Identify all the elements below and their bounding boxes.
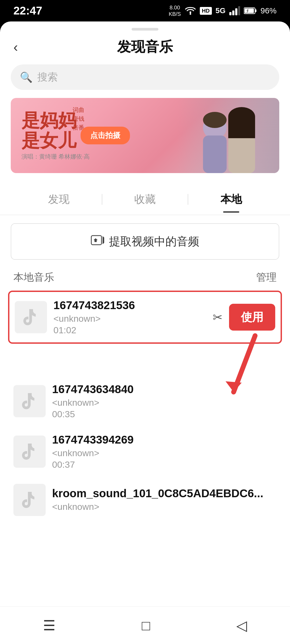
status-icons: 8.00 KB/S HD 5G 96% [169, 4, 277, 17]
home-nav-button[interactable]: □ [142, 617, 150, 634]
music-artist-1: <unknown> [53, 313, 206, 324]
video-extract-icon [91, 233, 104, 247]
svg-rect-3 [235, 8, 237, 15]
search-icon: 🔍 [20, 71, 32, 83]
music-actions-1: ✂ 使用 [213, 304, 275, 331]
drag-bar [132, 28, 158, 31]
tiktok-logo-3 [20, 442, 39, 461]
promo-banner[interactable]: 是妈妈 是女儿 演唱：黄绮珊 希林娜依·高 词曲 唐钱 倍番 点击拍摄 [11, 98, 279, 173]
hd-badge: HD [200, 7, 212, 15]
music-duration-3: 00:37 [52, 459, 277, 470]
status-bar: 22:47 8.00 KB/S HD 5G 96 [0, 0, 290, 21]
music-item-3: 1674743394269 <unknown> 00:37 [8, 426, 282, 477]
back-button[interactable]: ‹ [13, 40, 18, 54]
svg-rect-7 [244, 9, 254, 13]
music-info-1: 1674743821536 <unknown> 01:02 [53, 299, 206, 335]
banner-line1: 是妈妈 [21, 110, 269, 130]
music-info-4: kroom_sound_101_0C8C5AD4EBDC6... <unknow… [52, 487, 277, 513]
signal-icon [229, 6, 240, 15]
back-nav-button[interactable]: ◁ [236, 617, 247, 634]
svg-marker-18 [226, 381, 242, 392]
svg-rect-6 [255, 9, 256, 12]
menu-nav-button[interactable]: ☰ [43, 617, 56, 634]
svg-marker-16 [103, 236, 104, 244]
5g-icon: 5G [216, 6, 226, 15]
svg-rect-4 [238, 6, 240, 15]
main-card: ‹ 发现音乐 🔍 搜索 是妈妈 是女儿 演唱：黄绮珊 希林娜依·高 词曲 唐钱 … [0, 21, 290, 644]
banner-text: 是妈妈 是女儿 演唱：黄绮珊 希林娜依·高 [11, 102, 279, 169]
page-header: ‹ 发现音乐 [0, 35, 290, 62]
music-thumb-4 [13, 484, 46, 516]
extract-audio-button[interactable]: 提取视频中的音频 [11, 223, 279, 260]
music-artist-4: <unknown> [52, 502, 277, 512]
svg-rect-1 [229, 12, 231, 15]
music-item-4: kroom_sound_101_0C8C5AD4EBDC6... <unknow… [8, 477, 282, 523]
battery-percent: 96% [260, 6, 277, 15]
trim-button-1[interactable]: ✂ [213, 310, 223, 324]
section-title: 本地音乐 [13, 270, 54, 284]
extract-label: 提取视频中的音频 [109, 234, 199, 249]
search-input[interactable]: 搜索 [37, 70, 58, 84]
tiktok-logo-1 [21, 308, 41, 327]
tab-discover[interactable]: 发现 [16, 186, 102, 212]
music-name-4: kroom_sound_101_0C8C5AD4EBDC6... [52, 487, 277, 500]
network-speed: 8.00 KB/S [169, 4, 181, 17]
local-music-header: 本地音乐 管理 [0, 270, 290, 291]
page-title: 发现音乐 [117, 38, 173, 56]
arrow-indicator [218, 333, 266, 403]
music-list: 1674743821536 <unknown> 01:02 ✂ 使用 [0, 291, 290, 523]
banner-line2: 是女儿 [21, 130, 269, 151]
tab-collection[interactable]: 收藏 [102, 186, 188, 212]
music-name-3: 1674743394269 [52, 433, 277, 446]
music-thumb-1 [15, 301, 47, 333]
svg-point-0 [190, 13, 191, 15]
battery-icon [244, 7, 257, 14]
search-bar[interactable]: 🔍 搜索 [11, 64, 279, 90]
bottom-nav: ☰ □ ◁ [0, 606, 290, 644]
banner-subtitle: 演唱：黄绮珊 希林娜依·高 [21, 153, 269, 161]
music-duration-2: 00:35 [52, 409, 277, 419]
tiktok-logo-4 [20, 490, 39, 510]
music-thumb-2 [13, 385, 46, 417]
extract-icon [91, 233, 104, 250]
status-time: 22:47 [13, 4, 42, 17]
music-item-1-wrapper: 1674743821536 <unknown> 01:02 ✂ 使用 [8, 291, 282, 344]
drag-handle [0, 21, 290, 35]
svg-rect-2 [232, 10, 234, 15]
tiktok-logo-2 [20, 391, 39, 411]
music-thumb-3 [13, 436, 46, 468]
music-info-3: 1674743394269 <unknown> 00:37 [52, 433, 277, 470]
tab-local[interactable]: 本地 [188, 186, 274, 212]
wifi-icon [185, 6, 196, 16]
music-artist-3: <unknown> [52, 448, 277, 458]
use-button-1[interactable]: 使用 [229, 304, 275, 331]
music-name-1: 1674743821536 [53, 299, 206, 312]
tab-bar: 发现 收藏 本地 [0, 184, 290, 215]
music-duration-1: 01:02 [53, 325, 206, 335]
manage-button[interactable]: 管理 [256, 270, 277, 284]
